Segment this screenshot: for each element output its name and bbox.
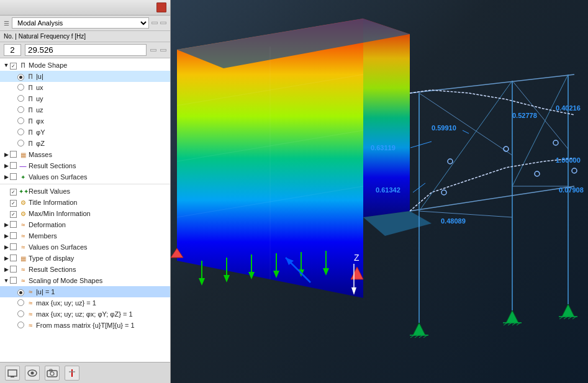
tree-item-scaling[interactable]: ▼≈Scaling of Mode Shapes bbox=[0, 275, 170, 286]
expand-toggle[interactable]: ▶ bbox=[2, 174, 10, 180]
expand-toggle[interactable]: ▶ bbox=[2, 151, 10, 158]
checkbox-result-sections-2[interactable] bbox=[10, 266, 19, 274]
radio-scaling-max-uyz[interactable] bbox=[17, 299, 26, 307]
tree-item-result-sections-1[interactable]: ▶—Result Sections bbox=[0, 160, 170, 171]
tree-item-ux[interactable]: Πux bbox=[0, 82, 170, 93]
display-button[interactable] bbox=[5, 366, 20, 381]
close-button[interactable] bbox=[156, 2, 166, 12]
radio-u-abs[interactable] bbox=[17, 73, 26, 81]
tree-item-phix[interactable]: Πφx bbox=[0, 115, 170, 127]
camera-button[interactable] bbox=[45, 366, 60, 381]
bottom-toolbar bbox=[0, 362, 170, 383]
checkbox-values-on-surfaces[interactable] bbox=[10, 173, 19, 181]
tree-label-maxmin-info: Max/Min Information bbox=[29, 210, 168, 217]
radio-uy[interactable] bbox=[17, 95, 26, 103]
tree-item-scaling-mass[interactable]: ≈From mass matrix {u}T[M]{u} = 1 bbox=[0, 320, 170, 331]
display-icon bbox=[7, 368, 17, 378]
expand-toggle[interactable]: ▼ bbox=[2, 277, 10, 284]
tree-item-title-info[interactable]: ✓⚙Title Information bbox=[0, 197, 170, 208]
svg-point-33 bbox=[553, 140, 558, 145]
radio-scaling-max-all[interactable] bbox=[17, 310, 26, 318]
expand-toggle[interactable]: ▶ bbox=[2, 266, 10, 273]
svg-line-26 bbox=[419, 211, 512, 217]
radio-phiz[interactable] bbox=[17, 140, 26, 148]
tree-label-scaling-u1: |u| = 1 bbox=[36, 288, 168, 295]
tree-label-u-abs: |u| bbox=[36, 73, 168, 80]
tree-label-result-sections-1: Result Sections bbox=[29, 162, 168, 169]
nav-icon: ☰ bbox=[4, 20, 9, 27]
tree-label-deformation: Deformation bbox=[29, 221, 168, 228]
camera-icon bbox=[47, 369, 58, 377]
checkbox-scaling[interactable] bbox=[10, 277, 19, 285]
freq-label: No. | Natural Frequency f [Hz] bbox=[4, 33, 86, 40]
tree-item-members[interactable]: ▶≈Members bbox=[0, 230, 170, 241]
tree-item-phiy[interactable]: ΠφY bbox=[0, 127, 170, 138]
expand-toggle[interactable]: ▶ bbox=[2, 222, 10, 228]
nav-prev-button[interactable] bbox=[152, 22, 158, 24]
tree-item-deformation[interactable]: ▶≈Deformation bbox=[0, 219, 170, 230]
tree-item-phiz[interactable]: ΠφZ bbox=[0, 138, 170, 149]
tree-label-ux: ux bbox=[36, 84, 168, 91]
tree-item-type-display[interactable]: ▶▦Type of display bbox=[0, 253, 170, 264]
tree-item-u-abs[interactable]: Π|u| bbox=[0, 71, 170, 82]
checkbox-type-display[interactable] bbox=[10, 255, 19, 263]
checkbox-mode-shape[interactable]: ✓ bbox=[10, 61, 19, 70]
nav-bar: ☰ Modal Analysis bbox=[0, 16, 170, 31]
expand-toggle[interactable]: ▶ bbox=[2, 233, 10, 239]
freq-number-input[interactable] bbox=[4, 44, 21, 56]
checkbox-members[interactable] bbox=[10, 232, 19, 240]
checkbox-masses[interactable] bbox=[10, 151, 19, 159]
svg-line-72 bbox=[410, 142, 432, 148]
tree-icon-uz: Π bbox=[26, 106, 35, 114]
expand-toggle[interactable]: ▼ bbox=[2, 62, 10, 68]
tree-item-masses[interactable]: ▶▦Masses bbox=[0, 149, 170, 160]
checkbox-result-sections-1[interactable] bbox=[10, 162, 19, 170]
tree-icon-result-sections-1: — bbox=[19, 162, 27, 169]
tree-item-values-on-surfaces[interactable]: ▶✦Values on Surfaces bbox=[0, 171, 170, 182]
tree-item-result-sections-2[interactable]: ▶≈Result Sections bbox=[0, 264, 170, 275]
tree-label-phiy: φY bbox=[36, 128, 168, 136]
nav-next-button[interactable] bbox=[160, 22, 166, 24]
expand-toggle[interactable]: ▶ bbox=[2, 244, 10, 250]
tree-item-uz[interactable]: Πuz bbox=[0, 104, 170, 115]
tree-item-result-values[interactable]: ✓✦✦Result Values bbox=[0, 186, 170, 197]
tree-icon-type-display: ▦ bbox=[19, 255, 27, 262]
radio-phix[interactable] bbox=[17, 117, 26, 125]
tree-item-scaling-max-uyz[interactable]: ≈max {ux; uy; uz} = 1 bbox=[0, 297, 170, 309]
svg-text:0.07908: 0.07908 bbox=[559, 186, 584, 194]
tree-item-values-surfaces-2[interactable]: ▶≈Values on Surfaces bbox=[0, 241, 170, 253]
tree-label-uy: uy bbox=[36, 95, 168, 102]
tree-item-uy[interactable]: Πuy bbox=[0, 93, 170, 104]
tree-icon-mode-shape: Π bbox=[19, 61, 27, 69]
radio-scaling-mass[interactable] bbox=[17, 322, 26, 330]
modal-analysis-dropdown[interactable]: Modal Analysis bbox=[12, 17, 149, 29]
checkbox-maxmin-info[interactable]: ✓ bbox=[10, 210, 19, 218]
radio-phiy[interactable] bbox=[17, 128, 26, 137]
tree-area: ▼✓ΠMode ShapeΠ|u|ΠuxΠuyΠuzΠφxΠφYΠφZ▶▦Mas… bbox=[0, 58, 170, 362]
tree-item-maxmin-info[interactable]: ✓⚙Max/Min Information bbox=[0, 208, 170, 219]
tree-item-scaling-max-all[interactable]: ≈max {ux; uy; uz; φx; φY; φZ} = 1 bbox=[0, 309, 170, 320]
checkbox-values-surfaces-2[interactable] bbox=[10, 243, 19, 251]
svg-marker-39 bbox=[562, 304, 574, 317]
checkbox-deformation[interactable] bbox=[10, 221, 19, 229]
radio-ux[interactable] bbox=[17, 84, 26, 92]
tree-label-scaling: Scaling of Mode Shapes bbox=[29, 277, 168, 284]
pin-button[interactable] bbox=[65, 366, 79, 381]
tree-item-mode-shape[interactable]: ▼✓ΠMode Shape bbox=[0, 60, 170, 71]
tree-icon-masses: ▦ bbox=[19, 151, 27, 158]
tree-item-scaling-u1[interactable]: ≈|u| = 1 bbox=[0, 286, 170, 297]
tree-label-scaling-max-uyz: max {ux; uy; uz} = 1 bbox=[36, 299, 168, 307]
radio-uz[interactable] bbox=[17, 106, 26, 114]
expand-toggle[interactable]: ▶ bbox=[2, 163, 10, 169]
eye-button[interactable] bbox=[25, 366, 40, 381]
expand-toggle[interactable]: ▶ bbox=[2, 255, 10, 261]
freq-prev-button[interactable] bbox=[150, 49, 156, 52]
checkbox-result-values[interactable]: ✓ bbox=[10, 187, 19, 196]
tree-icon-title-info: ⚙ bbox=[19, 199, 27, 206]
freq-value-input[interactable] bbox=[25, 44, 147, 56]
svg-text:0.48089: 0.48089 bbox=[441, 217, 466, 225]
tree-label-uz: uz bbox=[36, 106, 168, 114]
radio-scaling-u1[interactable] bbox=[17, 288, 26, 296]
checkbox-title-info[interactable]: ✓ bbox=[10, 199, 19, 207]
freq-next-button[interactable] bbox=[160, 49, 166, 52]
